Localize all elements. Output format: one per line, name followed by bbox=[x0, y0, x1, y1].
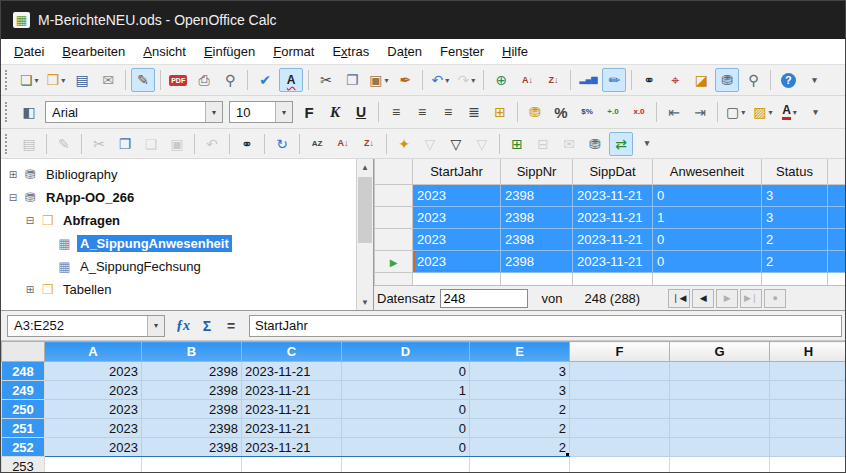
menu-daten[interactable]: Daten bbox=[378, 41, 431, 62]
collapse-icon[interactable]: ⊟ bbox=[24, 215, 36, 226]
sheet-cell[interactable] bbox=[770, 381, 846, 400]
column-header-a[interactable]: A bbox=[45, 342, 142, 362]
copy-button[interactable]: ❐ bbox=[340, 68, 364, 92]
row-selector[interactable] bbox=[375, 206, 413, 228]
justify-button[interactable]: ≣ bbox=[462, 100, 486, 124]
sheet-cell[interactable]: 2398 bbox=[142, 400, 242, 419]
email-button[interactable]: ✉ bbox=[96, 68, 120, 92]
sheet-cell[interactable] bbox=[570, 419, 670, 438]
row-selector[interactable] bbox=[375, 272, 413, 285]
overflow-button[interactable]: ▾ bbox=[635, 132, 659, 156]
grid-cell[interactable] bbox=[573, 272, 653, 285]
auto-filter-button[interactable]: ✦ bbox=[392, 132, 416, 156]
find-replace-button[interactable]: ⚭ bbox=[637, 68, 661, 92]
table-row-empty[interactable] bbox=[375, 272, 846, 285]
first-record-button[interactable]: ❘◀ bbox=[668, 289, 690, 308]
delete-decimal-button[interactable]: x.0 bbox=[627, 100, 651, 124]
sheet-cell[interactable]: 2023 bbox=[45, 381, 142, 400]
sheet-cell[interactable] bbox=[770, 362, 846, 381]
grid-cell[interactable]: 3 bbox=[762, 184, 828, 206]
sheet-cell[interactable] bbox=[342, 457, 470, 473]
dropdown-arrow-icon[interactable]: ▾ bbox=[61, 76, 65, 85]
grid-cell[interactable]: 2023 bbox=[413, 206, 501, 228]
sheet-cell[interactable]: 2023 bbox=[45, 362, 142, 381]
sheet-cell[interactable] bbox=[670, 419, 770, 438]
tree-item-rappoo266[interactable]: ⊟⛃RApp-OO_266 bbox=[1, 186, 356, 209]
scroll-up-icon[interactable]: ▲ bbox=[357, 159, 374, 175]
grid-cell[interactable] bbox=[828, 272, 846, 285]
edit-file-button[interactable]: ✎ bbox=[131, 68, 155, 92]
grid-cell[interactable] bbox=[413, 272, 501, 285]
sheet-cell[interactable]: 2398 bbox=[142, 419, 242, 438]
grid-cell[interactable]: 2398 bbox=[501, 184, 573, 206]
toolbar-grip[interactable] bbox=[5, 102, 12, 122]
menu-datei[interactable]: Datei bbox=[5, 41, 53, 62]
menu-hilfe[interactable]: Hilfe bbox=[493, 41, 537, 62]
grid-cell[interactable]: 2023 bbox=[413, 228, 501, 250]
sheet-cell[interactable]: 2023-11-21 bbox=[242, 438, 342, 457]
find-record-button[interactable]: ⚭ bbox=[235, 132, 259, 156]
sheet-cell[interactable] bbox=[670, 381, 770, 400]
grid-cell[interactable] bbox=[828, 206, 846, 228]
tree-item-asippungfechsung[interactable]: ▦A_SippungFechsung bbox=[1, 255, 356, 278]
sheet-cell[interactable]: 2023 bbox=[45, 400, 142, 419]
sheet-cell[interactable] bbox=[570, 438, 670, 457]
data-sources-button[interactable]: ⛃ bbox=[715, 68, 739, 92]
sheet-cell[interactable]: 2398 bbox=[142, 381, 242, 400]
sheet-cell[interactable]: 2023-11-21 bbox=[242, 400, 342, 419]
sheet-cell[interactable]: 2023 bbox=[45, 438, 142, 457]
font-size-combo[interactable]: 10 ▾ bbox=[229, 101, 293, 123]
sheet-cell[interactable] bbox=[242, 457, 342, 473]
chevron-down-icon[interactable]: ▾ bbox=[147, 316, 164, 336]
decrease-indent-button[interactable]: ⇤ bbox=[662, 100, 686, 124]
help-button[interactable]: ? bbox=[776, 68, 800, 92]
explorer-toggle-button[interactable]: ⇄ bbox=[609, 132, 633, 156]
hyperlink-button[interactable]: ⊕ bbox=[489, 68, 513, 92]
sheet-cell[interactable] bbox=[570, 400, 670, 419]
menu-einfgen[interactable]: Einfügen bbox=[195, 41, 264, 62]
align-center-button[interactable]: ≡ bbox=[410, 100, 434, 124]
sheet-cell[interactable]: 2 bbox=[470, 438, 570, 457]
gallery-button[interactable]: ◪ bbox=[689, 68, 713, 92]
grid-cell[interactable] bbox=[828, 228, 846, 250]
sheet-cell[interactable] bbox=[470, 457, 570, 473]
sheet-cell[interactable] bbox=[670, 400, 770, 419]
bold-button[interactable]: F bbox=[297, 100, 321, 124]
column-header-c[interactable]: C bbox=[242, 342, 342, 362]
underline-button[interactable]: U bbox=[349, 100, 373, 124]
menu-extras[interactable]: Extras bbox=[323, 41, 378, 62]
overflow-button[interactable]: ▾ bbox=[804, 100, 828, 124]
grid-cell[interactable]: 2 bbox=[762, 228, 828, 250]
row-header-250[interactable]: 250 bbox=[2, 400, 45, 419]
undo-button[interactable]: ↶▾ bbox=[428, 68, 452, 92]
overflow-button[interactable]: ▾ bbox=[802, 68, 826, 92]
sort-descending-button[interactable]: Z↓ bbox=[541, 68, 565, 92]
column-header-h[interactable]: H bbox=[770, 342, 846, 362]
equals-button[interactable]: = bbox=[219, 315, 243, 337]
formula-input[interactable]: StartJahr bbox=[249, 315, 842, 337]
copy-button[interactable]: ❐ bbox=[113, 132, 137, 156]
row-header-252[interactable]: 252 bbox=[2, 438, 45, 457]
grid-cell[interactable]: 1 bbox=[653, 206, 762, 228]
sheet-cell[interactable] bbox=[142, 457, 242, 473]
page-preview-button[interactable]: ⚲ bbox=[218, 68, 242, 92]
menu-format[interactable]: Format bbox=[264, 41, 323, 62]
font-color-button[interactable]: A▾ bbox=[778, 100, 802, 124]
row-selector[interactable]: ▶ bbox=[375, 250, 413, 272]
column-header-sippdat[interactable]: SippDat bbox=[573, 159, 653, 184]
sheet-cell[interactable] bbox=[770, 438, 846, 457]
tree-item-asippunganwesenheit[interactable]: ▦A_SippungAnwesenheit bbox=[1, 232, 356, 255]
sheet-cell[interactable]: 2023-11-21 bbox=[242, 362, 342, 381]
dropdown-arrow-icon[interactable]: ▾ bbox=[35, 76, 39, 85]
grid-cell[interactable]: 2023-11-21 bbox=[573, 228, 653, 250]
background-color-button[interactable]: ▨▾ bbox=[750, 100, 775, 124]
grid-cell[interactable]: 2023-11-21 bbox=[573, 206, 653, 228]
sheet-cell[interactable]: 3 bbox=[470, 381, 570, 400]
borders-button[interactable]: ▢▾ bbox=[723, 100, 748, 124]
data-to-text-button[interactable]: ⊞ bbox=[505, 132, 529, 156]
selection-handle[interactable] bbox=[566, 453, 570, 457]
scrollbar-track[interactable] bbox=[357, 175, 373, 294]
save-button[interactable]: ▤ bbox=[70, 68, 94, 92]
column-header-status[interactable]: Status bbox=[762, 159, 828, 184]
standard-filter-button[interactable]: ▽ bbox=[444, 132, 468, 156]
